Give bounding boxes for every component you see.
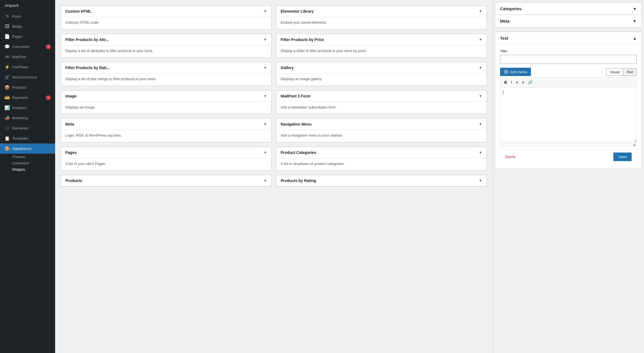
panel-section-categories-header[interactable]: Categories ▼ (495, 2, 642, 15)
widget-card-header-filter-products-rating[interactable]: Filter Products by Rati... ▼ (61, 62, 271, 74)
widget-card-header-mailpoet-form[interactable]: MailPoet 3 Form ▼ (276, 91, 487, 102)
chevron-down-icon-filter-products-attr: ▼ (264, 38, 267, 42)
pages-icon: 📄 (4, 34, 10, 39)
save-button[interactable]: Save (613, 153, 632, 161)
unordered-list-button[interactable]: ≡ (514, 79, 520, 86)
text-widget-panel: Text ▲ Title: Add media Visual Text (495, 32, 642, 169)
payments-badge: 1 (46, 95, 51, 100)
widget-card-body-mailpoet-form: Add a newsletter subscription form (276, 102, 487, 114)
templates-icon: 📋 (4, 136, 10, 141)
widget-card-body-filter-products-price: Display a slider to filter products in y… (276, 45, 487, 58)
widget-card-body-pages: A list of your site's Pages. (61, 158, 271, 170)
chevron-down-icon-gallery: ▼ (479, 66, 482, 70)
widget-card-title-filter-products-rating: Filter Products by Rati... (65, 66, 110, 70)
text-widget-body: Title: Add media Visual Text B I ≡ (495, 45, 642, 169)
widget-card-header-navigation-menu[interactable]: Navigation Menu ▼ (276, 119, 487, 130)
widget-card-header-gallery[interactable]: Gallery ▼ (276, 62, 487, 74)
text-widget-header[interactable]: Text ▲ (495, 32, 642, 45)
sidebar-sub-widgets[interactable]: Widgets (0, 166, 55, 173)
sidebar-item-marketing[interactable]: 📣 Marketing (0, 113, 55, 123)
widget-card-header-elementor-library[interactable]: Elementor Library ▼ (276, 6, 487, 17)
sidebar-item-payments[interactable]: 💳 Payments 1 (0, 93, 55, 103)
italic-button[interactable]: I (509, 79, 514, 86)
sidebar-item-elementor[interactable]: ⬡ Elementor (0, 123, 55, 133)
title-label: Title: (500, 49, 637, 53)
sidebar-item-label: Pages (12, 34, 22, 39)
widget-card-body-elementor-library: Embed your saved elements. (276, 17, 487, 29)
chevron-up-icon: ▲ (633, 36, 637, 40)
resize-handle: ◢ (500, 142, 637, 147)
sidebar-item-cartflows[interactable]: ⚡ CartFlows (0, 62, 55, 72)
cartflows-icon: ⚡ (4, 64, 10, 70)
sidebar-sub-customize[interactable]: Customize (0, 160, 55, 166)
sidebar-item-label: Posts (12, 14, 21, 18)
panel-section-meta-label: Meta (500, 19, 509, 23)
add-media-button[interactable]: Add media (500, 68, 531, 76)
widget-card-title-mailpoet-form: MailPoet 3 Form (281, 94, 310, 98)
widget-card-header-pages[interactable]: Pages ▼ (61, 147, 271, 158)
widget-card-header-custom-html[interactable]: Custom HTML ▼ (61, 6, 271, 17)
title-input[interactable] (500, 55, 637, 64)
widget-card-header-products-by-rating[interactable]: Products by Rating ▼ (276, 175, 487, 186)
sidebar-item-pages[interactable]: 📄 Pages (0, 31, 55, 42)
widget-card-title-products-by-rating: Products by Rating (281, 178, 316, 183)
widget-card-title-meta: Meta (65, 122, 74, 126)
delete-link[interactable]: Delete (505, 155, 516, 159)
chevron-down-icon-meta: ▼ (633, 19, 637, 23)
products-icon: 📦 (4, 85, 10, 90)
chevron-down-icon-products: ▼ (264, 179, 267, 183)
widget-card-title-filter-products-price: Filter Products by Price (281, 37, 324, 42)
widget-card-header-filter-products-attr[interactable]: Filter Products by Attr... ▼ (61, 34, 271, 45)
sidebar-item-comments[interactable]: 💬 Comments 3 (0, 42, 55, 52)
sidebar-item-label: Analytics (12, 106, 26, 110)
panel-section-meta-header[interactable]: Meta ▼ (495, 15, 642, 27)
sidebar: Jetpack ✎ Posts 🖼 Media 📄 Pages 💬 Commen… (0, 0, 55, 353)
ordered-list-button[interactable]: ≡ (520, 79, 526, 86)
widget-card-header-products[interactable]: Products ▼ (61, 175, 271, 186)
widget-card-filter-products-attr: Filter Products by Attr... ▼ Display a l… (61, 34, 272, 58)
widget-card-title-elementor-library: Elementor Library (281, 9, 314, 13)
mailpoet-icon: ✉ (4, 54, 10, 59)
widget-card-body-image: Displays an image. (61, 102, 271, 114)
editor-toolbar: B I ≡ ≡ 🔗 (500, 77, 637, 87)
widget-card-header-meta[interactable]: Meta ▼ (61, 119, 271, 130)
chevron-down-icon: ▼ (633, 7, 637, 11)
widget-card-header-product-categories[interactable]: Product Categories ▼ (276, 147, 487, 158)
main-content: Custom HTML ▼ Arbitrary HTML code. Eleme… (55, 0, 644, 353)
widget-card-title-image: Image (65, 94, 76, 98)
editor-area[interactable] (500, 87, 637, 142)
widget-card-header-image[interactable]: Image ▼ (61, 91, 271, 102)
widget-actions: Delete Save (500, 149, 637, 164)
tab-text[interactable]: Text (623, 68, 637, 76)
sidebar-item-templates[interactable]: 📋 Templates (0, 133, 55, 143)
sidebar-item-mailpoet[interactable]: ✉ MailPoet (0, 52, 55, 62)
chevron-down-icon-navigation-menu: ▼ (479, 122, 482, 126)
posts-icon: ✎ (4, 14, 10, 19)
sidebar-item-posts[interactable]: ✎ Posts (0, 11, 55, 21)
sidebar-sub-themes[interactable]: Themes (0, 154, 55, 160)
link-button[interactable]: 🔗 (526, 79, 534, 86)
appearance-icon: 🎨 (4, 146, 10, 151)
sidebar-item-woocommerce[interactable]: 🛒 WooCommerce (0, 72, 55, 82)
text-widget-title: Text (500, 36, 508, 40)
add-media-icon (504, 70, 508, 74)
sidebar-item-products[interactable]: 📦 Products (0, 82, 55, 93)
widget-card-elementor-library: Elementor Library ▼ Embed your saved ele… (276, 6, 487, 29)
media-icon: 🖼 (4, 24, 10, 29)
elementor-icon: ⬡ (4, 126, 10, 131)
widget-card-products: Products ▼ (61, 175, 272, 187)
widget-card-header-filter-products-price[interactable]: Filter Products by Price ▼ (276, 34, 487, 45)
sidebar-item-label: Marketing (12, 116, 28, 120)
chevron-down-icon-meta: ▼ (264, 122, 267, 126)
sidebar-item-analytics[interactable]: 📊 Analytics (0, 103, 55, 113)
chevron-down-icon-product-categories: ▼ (479, 151, 482, 154)
widget-card-product-categories: Product Categories ▼ A list or dropdown … (276, 147, 487, 171)
widget-card-navigation-menu: Navigation Menu ▼ Add a navigation menu … (276, 118, 487, 142)
chevron-down-icon-custom-html: ▼ (264, 9, 267, 13)
widget-card-body-custom-html: Arbitrary HTML code. (61, 17, 271, 29)
tab-visual[interactable]: Visual (606, 68, 623, 76)
bold-button[interactable]: B (503, 79, 509, 86)
sidebar-item-appearance[interactable]: 🎨 Appearance (0, 143, 55, 154)
sidebar-item-media[interactable]: 🖼 Media (0, 21, 55, 31)
widget-card-image: Image ▼ Displays an image. (61, 90, 272, 114)
